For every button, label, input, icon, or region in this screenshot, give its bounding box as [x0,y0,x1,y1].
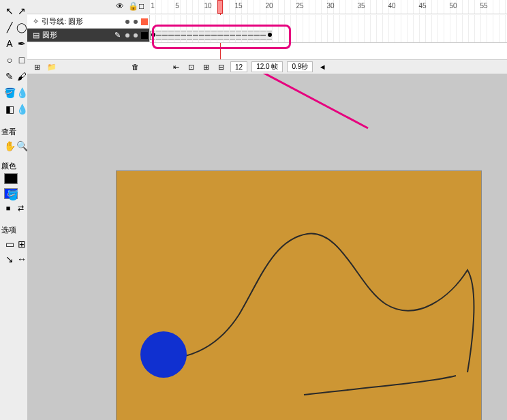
scroll-left-icon[interactable]: ◄ [317,62,328,72]
center-frame-icon[interactable]: ⇤ [170,62,181,72]
fps-display: 12.0 帧 [251,61,283,72]
layer-row-shape[interactable]: ▤ 圆形 ✎ [27,29,507,42]
layer-outline-swatch[interactable] [141,18,148,25]
guide-layer-icon: ✧ [33,17,39,26]
brush-tool-icon[interactable]: 🖌 [15,70,29,83]
color-panel-label: 颜色 [1,161,16,171]
layer-outline-swatch[interactable] [141,32,148,39]
bucket-tool-icon[interactable]: 🪣 [3,86,16,100]
option-1-icon[interactable]: ▭ [3,237,16,251]
svg-line-0 [252,74,368,128]
layer-lock-dot-icon[interactable] [134,20,138,24]
layer-label: 圆形 [42,30,57,40]
selection-tool-icon[interactable]: ↖ [3,4,16,18]
eraser-tool-icon[interactable]: ◧ [3,102,16,116]
timeline-panel: 👁 🔒 □ 151015202530354045505560 ✧ 引导线: 圆形… [27,0,507,74]
layer-track-guide[interactable] [150,15,507,29]
edit-multiple-icon[interactable]: ⊟ [215,62,226,72]
fill-swatch[interactable]: 🪣 [3,188,18,200]
timeline-status: ⇤ ⊡ ⊞ ⊟ 12 12.0 帧 0.9秒 ◄ [170,61,328,72]
onion-skin-icon[interactable]: ⊡ [185,62,196,72]
lock-column-icon[interactable]: 🔒 [128,1,138,11]
layer-name-shape[interactable]: ▤ 圆形 ✎ [27,29,150,42]
hand-tool-icon[interactable]: ✋ [3,139,16,153]
view-panel-label: 查看 [1,127,16,137]
current-frame-display: 12 [230,61,247,72]
layer-eye-dot-icon[interactable] [125,33,129,38]
stroke-swatch[interactable]: ✎ [3,173,18,185]
tools-panel: ↖ ↗ ╱ ◯ A ✒ ○ □ ✎ 🖌 🪣 💧 ◧ 💧 查看 ✋ 🔍 颜色 ✎ … [0,0,28,420]
layer-header-prefix: 👁 🔒 □ [27,0,151,14]
ink-tool-icon[interactable]: 💧 [15,86,29,100]
options-panel-label: 选项 [1,225,16,235]
zoom-tool-icon[interactable]: 🔍 [15,139,29,153]
motion-path [117,171,481,420]
eye-column-icon[interactable]: 👁 [116,1,124,11]
oval-tool-icon[interactable]: ○ [3,53,16,67]
new-layer-button[interactable]: ⊞ [31,62,42,72]
layer-active-pencil-icon: ✎ [114,31,121,40]
option-2-icon[interactable]: ⊞ [15,237,29,251]
timeline-ruler[interactable]: 151015202530354045505560 [150,0,507,14]
ball-shape[interactable] [140,331,187,378]
playhead-icon[interactable] [217,0,223,14]
dropper-tool-icon[interactable]: 💧 [15,102,29,116]
subselection-tool-icon[interactable]: ↗ [15,4,29,18]
onion-outline-icon[interactable]: ⊞ [200,62,211,72]
outline-column-icon[interactable]: □ [139,1,144,11]
layer-label: 引导线: 圆形 [42,16,83,27]
new-folder-button[interactable]: 📁 [46,62,57,72]
timeline-footer: ⊞ 📁 🗑 ⇤ ⊡ ⊞ ⊟ 12 12.0 帧 0.9秒 ◄ [27,59,507,74]
layer-track-shape[interactable] [150,29,507,43]
layer-eye-dot-icon[interactable] [125,20,129,24]
line-tool-icon[interactable]: ╱ [3,20,16,34]
delete-layer-button[interactable]: 🗑 [129,62,140,72]
option-3-icon[interactable]: ↘ [3,252,16,266]
layer-lock-dot-icon[interactable] [134,33,138,38]
canvas-area[interactable] [27,74,507,420]
app-root: ↖ ↗ ╱ ◯ A ✒ ○ □ ✎ 🖌 🪣 💧 ◧ 💧 查看 ✋ 🔍 颜色 ✎ … [0,0,507,420]
option-4-icon[interactable]: ↔ [15,252,29,266]
layer-row-guide[interactable]: ✧ 引导线: 圆形 [27,15,507,29]
layer-icon: ▤ [33,31,40,40]
pen-tool-icon[interactable]: ✒ [15,37,29,50]
stage[interactable] [116,170,482,420]
layer-name-guide[interactable]: ✧ 引导线: 圆形 [27,15,150,29]
pencil-tool-icon[interactable]: ✎ [3,70,16,83]
timeline-header: 👁 🔒 □ 151015202530354045505560 [27,0,507,14]
text-tool-icon[interactable]: A [3,37,16,50]
elapsed-display: 0.9秒 [287,61,313,72]
lasso-tool-icon[interactable]: ◯ [15,20,29,34]
rect-tool-icon[interactable]: □ [15,53,29,67]
